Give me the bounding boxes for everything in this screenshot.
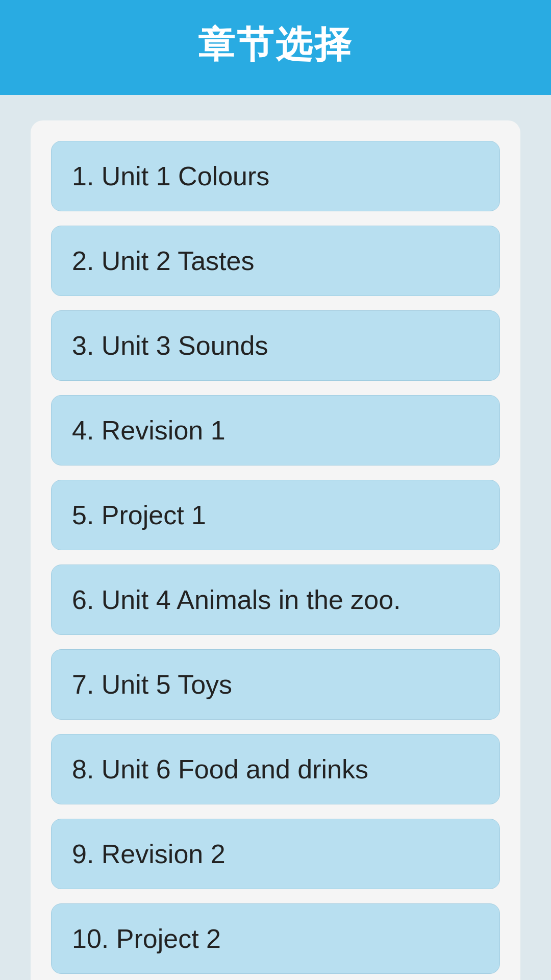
list-item-label: 6. Unit 4 Animals in the zoo. [72, 585, 401, 615]
list-item[interactable]: 1. Unit 1 Colours [51, 141, 500, 211]
list-item-label: 3. Unit 3 Sounds [72, 331, 268, 360]
list-item[interactable]: 3. Unit 3 Sounds [51, 310, 500, 381]
list-item-label: 1. Unit 1 Colours [72, 161, 269, 191]
list-item[interactable]: 4. Revision 1 [51, 395, 500, 465]
chapter-list-card: 1. Unit 1 Colours2. Unit 2 Tastes3. Unit… [31, 120, 520, 980]
list-item[interactable]: 5. Project 1 [51, 480, 500, 550]
list-item-label: 9. Revision 2 [72, 839, 226, 869]
list-item[interactable]: 10. Project 2 [51, 903, 500, 974]
page-header: 章节选择 [0, 0, 551, 95]
list-item-label: 4. Revision 1 [72, 415, 226, 445]
list-item[interactable]: 7. Unit 5 Toys [51, 649, 500, 720]
list-item[interactable]: 9. Revision 2 [51, 819, 500, 889]
list-item-label: 10. Project 2 [72, 924, 221, 953]
list-item[interactable]: 8. Unit 6 Food and drinks [51, 734, 500, 804]
list-item-label: 5. Project 1 [72, 500, 206, 530]
list-item[interactable]: 6. Unit 4 Animals in the zoo. [51, 565, 500, 635]
content-wrapper: 1. Unit 1 Colours2. Unit 2 Tastes3. Unit… [0, 95, 551, 980]
list-item-label: 8. Unit 6 Food and drinks [72, 754, 368, 784]
list-item[interactable]: 2. Unit 2 Tastes [51, 226, 500, 296]
list-item-label: 2. Unit 2 Tastes [72, 246, 254, 276]
list-item-label: 7. Unit 5 Toys [72, 670, 232, 699]
page-title: 章节选择 [198, 24, 353, 65]
